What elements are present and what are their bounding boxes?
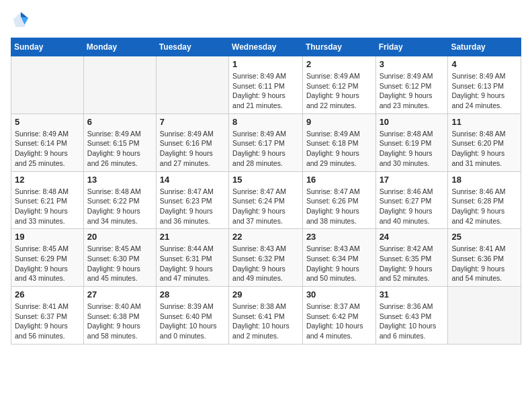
calendar-day-cell: 8Sunrise: 8:49 AM Sunset: 6:17 PM Daylig… — [229, 113, 303, 171]
day-number: 4 — [451, 59, 517, 69]
calendar-day-cell: 12Sunrise: 8:48 AM Sunset: 6:21 PM Dayli… — [11, 171, 84, 229]
day-info: Sunrise: 8:49 AM Sunset: 6:15 PM Dayligh… — [87, 129, 152, 169]
calendar-day-cell: 29Sunrise: 8:38 AM Sunset: 6:41 PM Dayli… — [229, 287, 303, 345]
day-info: Sunrise: 8:47 AM Sunset: 6:26 PM Dayligh… — [306, 187, 372, 226]
day-info: Sunrise: 8:46 AM Sunset: 6:28 PM Dayligh… — [451, 187, 517, 226]
day-number: 10 — [380, 117, 445, 127]
day-info: Sunrise: 8:44 AM Sunset: 6:31 PM Dayligh… — [160, 244, 225, 283]
day-number: 3 — [380, 59, 445, 69]
day-number: 8 — [232, 117, 299, 127]
day-info: Sunrise: 8:45 AM Sunset: 6:29 PM Dayligh… — [15, 244, 80, 283]
calendar-day-cell — [11, 56, 84, 114]
day-info: Sunrise: 8:49 AM Sunset: 6:17 PM Dayligh… — [232, 129, 299, 169]
calendar-day-cell: 26Sunrise: 8:41 AM Sunset: 6:37 PM Dayli… — [11, 287, 84, 345]
calendar-day-cell: 22Sunrise: 8:43 AM Sunset: 6:32 PM Dayli… — [229, 229, 303, 287]
calendar-day-cell: 20Sunrise: 8:45 AM Sunset: 6:30 PM Dayli… — [83, 229, 156, 287]
day-info: Sunrise: 8:49 AM Sunset: 6:13 PM Dayligh… — [451, 71, 517, 111]
day-number: 9 — [306, 117, 372, 127]
day-number: 23 — [306, 232, 372, 242]
day-info: Sunrise: 8:42 AM Sunset: 6:35 PM Dayligh… — [380, 244, 445, 283]
calendar-day-cell — [83, 56, 156, 114]
day-number: 22 — [232, 232, 299, 242]
day-info: Sunrise: 8:49 AM Sunset: 6:14 PM Dayligh… — [15, 129, 80, 169]
calendar-day-cell: 13Sunrise: 8:48 AM Sunset: 6:22 PM Dayli… — [83, 171, 156, 229]
calendar-day-cell: 25Sunrise: 8:41 AM Sunset: 6:36 PM Dayli… — [448, 229, 521, 287]
day-info: Sunrise: 8:49 AM Sunset: 6:16 PM Dayligh… — [160, 129, 225, 169]
calendar-table: SundayMondayTuesdayWednesdayThursdayFrid… — [11, 38, 521, 345]
day-info: Sunrise: 8:48 AM Sunset: 6:19 PM Dayligh… — [380, 129, 445, 169]
calendar-day-cell: 24Sunrise: 8:42 AM Sunset: 6:35 PM Dayli… — [375, 229, 448, 287]
calendar-day-cell: 7Sunrise: 8:49 AM Sunset: 6:16 PM Daylig… — [156, 113, 228, 171]
calendar-day-cell: 19Sunrise: 8:45 AM Sunset: 6:29 PM Dayli… — [11, 229, 84, 287]
day-number: 13 — [87, 175, 152, 185]
calendar-day-cell: 5Sunrise: 8:49 AM Sunset: 6:14 PM Daylig… — [11, 113, 84, 171]
day-info: Sunrise: 8:46 AM Sunset: 6:27 PM Dayligh… — [380, 187, 445, 226]
weekday-header-friday: Friday — [375, 38, 448, 56]
calendar-week-row: 12Sunrise: 8:48 AM Sunset: 6:21 PM Dayli… — [11, 171, 521, 229]
day-info: Sunrise: 8:47 AM Sunset: 6:23 PM Dayligh… — [160, 187, 225, 226]
calendar-day-cell: 2Sunrise: 8:49 AM Sunset: 6:12 PM Daylig… — [302, 56, 375, 114]
day-info: Sunrise: 8:47 AM Sunset: 6:24 PM Dayligh… — [232, 187, 299, 226]
day-info: Sunrise: 8:48 AM Sunset: 6:20 PM Dayligh… — [451, 129, 517, 169]
weekday-header-monday: Monday — [83, 38, 156, 56]
day-info: Sunrise: 8:49 AM Sunset: 6:11 PM Dayligh… — [232, 71, 299, 111]
day-info: Sunrise: 8:48 AM Sunset: 6:22 PM Dayligh… — [87, 187, 152, 226]
day-info: Sunrise: 8:39 AM Sunset: 6:40 PM Dayligh… — [160, 302, 225, 341]
day-number: 6 — [87, 117, 152, 127]
calendar-week-row: 1Sunrise: 8:49 AM Sunset: 6:11 PM Daylig… — [11, 56, 521, 114]
calendar-day-cell: 16Sunrise: 8:47 AM Sunset: 6:26 PM Dayli… — [302, 171, 375, 229]
day-info: Sunrise: 8:41 AM Sunset: 6:36 PM Dayligh… — [451, 244, 517, 283]
calendar-day-cell: 23Sunrise: 8:43 AM Sunset: 6:34 PM Dayli… — [302, 229, 375, 287]
day-info: Sunrise: 8:49 AM Sunset: 6:12 PM Dayligh… — [380, 71, 445, 111]
day-info: Sunrise: 8:49 AM Sunset: 6:12 PM Dayligh… — [306, 71, 372, 111]
calendar-day-cell: 9Sunrise: 8:49 AM Sunset: 6:18 PM Daylig… — [302, 113, 375, 171]
calendar-day-cell: 27Sunrise: 8:40 AM Sunset: 6:38 PM Dayli… — [83, 287, 156, 345]
calendar-week-row: 5Sunrise: 8:49 AM Sunset: 6:14 PM Daylig… — [11, 113, 521, 171]
calendar-day-cell: 10Sunrise: 8:48 AM Sunset: 6:19 PM Dayli… — [375, 113, 448, 171]
day-number: 16 — [306, 175, 372, 185]
calendar-day-cell: 31Sunrise: 8:36 AM Sunset: 6:43 PM Dayli… — [375, 287, 448, 345]
day-number: 25 — [451, 232, 517, 242]
day-number: 7 — [160, 117, 225, 127]
day-number: 30 — [306, 289, 372, 300]
day-info: Sunrise: 8:37 AM Sunset: 6:42 PM Dayligh… — [306, 302, 372, 341]
calendar-day-cell: 3Sunrise: 8:49 AM Sunset: 6:12 PM Daylig… — [375, 56, 448, 114]
calendar-day-cell: 4Sunrise: 8:49 AM Sunset: 6:13 PM Daylig… — [448, 56, 521, 114]
day-number: 5 — [15, 117, 80, 127]
day-number: 19 — [15, 232, 80, 242]
day-number: 12 — [15, 175, 80, 185]
calendar-week-row: 19Sunrise: 8:45 AM Sunset: 6:29 PM Dayli… — [11, 229, 521, 287]
day-number: 28 — [160, 289, 225, 300]
day-number: 31 — [380, 289, 445, 300]
day-info: Sunrise: 8:49 AM Sunset: 6:18 PM Dayligh… — [306, 129, 372, 169]
day-info: Sunrise: 8:40 AM Sunset: 6:38 PM Dayligh… — [87, 302, 152, 341]
day-number: 11 — [451, 117, 517, 127]
calendar-day-cell: 28Sunrise: 8:39 AM Sunset: 6:40 PM Dayli… — [156, 287, 228, 345]
weekday-header-saturday: Saturday — [448, 38, 521, 56]
day-number: 1 — [232, 59, 299, 69]
day-info: Sunrise: 8:36 AM Sunset: 6:43 PM Dayligh… — [380, 302, 445, 341]
day-number: 2 — [306, 59, 372, 69]
weekday-header-tuesday: Tuesday — [156, 38, 228, 56]
calendar-day-cell: 6Sunrise: 8:49 AM Sunset: 6:15 PM Daylig… — [83, 113, 156, 171]
logo — [11, 11, 32, 30]
calendar-day-cell: 11Sunrise: 8:48 AM Sunset: 6:20 PM Dayli… — [448, 113, 521, 171]
calendar-day-cell: 14Sunrise: 8:47 AM Sunset: 6:23 PM Dayli… — [156, 171, 228, 229]
day-number: 20 — [87, 232, 152, 242]
day-number: 14 — [160, 175, 225, 185]
day-number: 18 — [451, 175, 517, 185]
calendar-day-cell: 17Sunrise: 8:46 AM Sunset: 6:27 PM Dayli… — [375, 171, 448, 229]
day-info: Sunrise: 8:45 AM Sunset: 6:30 PM Dayligh… — [87, 244, 152, 283]
day-number: 27 — [87, 289, 152, 300]
day-number: 21 — [160, 232, 225, 242]
calendar-day-cell: 30Sunrise: 8:37 AM Sunset: 6:42 PM Dayli… — [302, 287, 375, 345]
calendar-day-cell — [156, 56, 228, 114]
day-number: 24 — [380, 232, 445, 242]
weekday-header-thursday: Thursday — [302, 38, 375, 56]
weekday-header-row: SundayMondayTuesdayWednesdayThursdayFrid… — [11, 38, 521, 56]
calendar-day-cell: 21Sunrise: 8:44 AM Sunset: 6:31 PM Dayli… — [156, 229, 228, 287]
day-info: Sunrise: 8:48 AM Sunset: 6:21 PM Dayligh… — [15, 187, 80, 226]
day-info: Sunrise: 8:43 AM Sunset: 6:34 PM Dayligh… — [306, 244, 372, 283]
page-header — [11, 11, 521, 30]
calendar-day-cell: 18Sunrise: 8:46 AM Sunset: 6:28 PM Dayli… — [448, 171, 521, 229]
